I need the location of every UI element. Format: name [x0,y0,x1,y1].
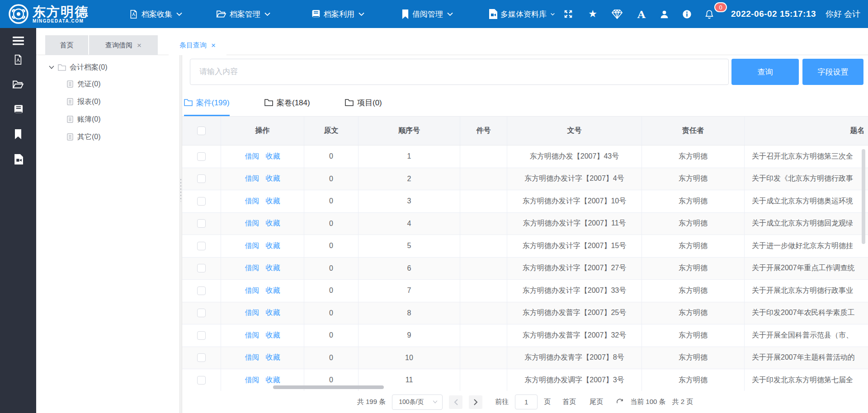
rail-archive-collect[interactable] [0,51,36,69]
row-checkbox[interactable] [197,152,206,161]
cell-item-no [460,302,507,324]
favorite-link[interactable]: 收藏 [266,331,280,340]
row-checkbox[interactable] [197,286,206,295]
borrow-link[interactable]: 借阅 [245,331,259,340]
nav-multimedia-library[interactable]: 多媒体资料库 [488,0,558,28]
tree-node-report[interactable]: 报表(0) [67,94,101,109]
query-button[interactable]: 查询 [731,59,799,85]
table-row: 借阅 收藏 0 10 东方明德办发青字【2007】8号 东方明德 关于开展200… [182,347,868,370]
row-checkbox[interactable] [197,353,206,362]
favorite-link[interactable]: 收藏 [266,197,280,206]
cell-title: 关于开展2007年重点工作调查统 [745,258,868,280]
user-icon[interactable] [656,0,672,28]
nav-archive-use[interactable]: 档案利用 [311,0,368,28]
nav-archive-manage[interactable]: 档案管理 [216,0,274,28]
cell-original: 0 [304,258,359,280]
row-checkbox[interactable] [197,197,206,206]
row-checkbox[interactable] [197,264,206,272]
borrow-link[interactable]: 借阅 [245,152,259,161]
favorite-link[interactable]: 收藏 [266,308,280,318]
tab-entry-query[interactable]: 条目查询 × [169,35,226,55]
search-input[interactable] [190,59,729,85]
row-checkbox[interactable] [197,331,206,340]
borrow-link[interactable]: 借阅 [245,219,259,228]
favorite-link[interactable]: 收藏 [266,286,280,296]
rail-borrow-manage[interactable] [0,125,36,143]
favorites-star-icon[interactable]: ★ [585,0,600,28]
result-tab-cases[interactable]: 案件(199) [184,90,230,116]
last-page-link[interactable]: 尾页 [590,398,603,406]
font-size-icon[interactable]: A [634,0,649,28]
rail-archive-use[interactable] [0,100,36,118]
select-all-checkbox[interactable] [197,127,206,135]
row-checkbox[interactable] [197,219,206,228]
column-header-sequence: 顺序号 [359,117,460,145]
row-checkbox[interactable] [197,242,206,250]
borrow-link[interactable]: 借阅 [245,286,259,296]
tree-node-voucher[interactable]: 凭证(0) [67,77,101,91]
file-pdf-icon [129,9,138,19]
media-file-icon [14,154,23,164]
borrow-link[interactable]: 借阅 [245,197,259,206]
favorite-link[interactable]: 收藏 [266,263,280,273]
chevron-down-icon [359,12,364,16]
borrow-link[interactable]: 借阅 [245,241,259,251]
fullscreen-icon[interactable] [561,0,576,28]
borrow-link[interactable]: 借阅 [245,263,259,273]
tree-node-ledger[interactable]: 账簿(0) [67,112,101,127]
cell-title: 关于成立北京东方明德奥运环境 [745,190,868,212]
splitter-handle[interactable] [180,178,182,202]
borrow-link[interactable]: 借阅 [245,375,259,385]
favorite-link[interactable]: 收藏 [266,353,280,362]
rail-multimedia-library[interactable] [0,150,36,168]
caret-down-icon[interactable] [49,66,54,69]
hamburger-menu-icon [13,37,24,45]
result-tab-files[interactable]: 案卷(184) [264,90,310,116]
cell-responsible: 东方明德 [642,190,745,212]
tree-node-accounting-archive[interactable]: 会计档案(0) [49,61,108,74]
favorite-link[interactable]: 收藏 [266,219,280,228]
cell-item-no [460,235,507,257]
next-page-button[interactable] [469,395,482,409]
vertical-scrollbar[interactable] [862,149,865,244]
borrow-link[interactable]: 借阅 [245,353,259,362]
favorite-link[interactable]: 收藏 [266,174,280,183]
cell-responsible: 东方明德 [642,258,745,280]
page-size-select[interactable]: 100条/页 [392,394,443,410]
row-checkbox[interactable] [197,309,206,317]
cell-responsible: 东方明德 [642,324,745,347]
field-settings-button[interactable]: 字段设置 [802,59,863,85]
tab-home[interactable]: 首页 [45,35,88,55]
info-icon[interactable] [679,0,694,28]
favorite-link[interactable]: 收藏 [266,241,280,251]
app-window: 东方明德 MINGDEDATA.COM 档案收集 档案管理 档案利用 借阅管理 … [0,0,868,413]
row-checkbox[interactable] [197,376,206,385]
tree-node-other[interactable]: 其它(0) [67,130,101,144]
prev-page-button[interactable] [449,395,462,409]
nav-borrow-manage[interactable]: 借阅管理 [401,0,456,28]
cell-item-no [460,280,507,302]
close-icon[interactable]: × [211,42,216,49]
favorite-link[interactable]: 收藏 [266,152,280,161]
menu-toggle-button[interactable] [0,32,36,50]
refresh-button[interactable] [616,398,624,406]
horizontal-scrollbar[interactable] [273,385,384,389]
row-checkbox[interactable] [197,174,206,183]
first-page-link[interactable]: 首页 [562,398,576,406]
result-tab-projects[interactable]: 项目(0) [345,90,382,116]
table-row: 借阅 收藏 0 1 东方明德办发【2007】43号 东方明德 关于召开北京东方明… [182,145,868,168]
brand-logo[interactable]: 东方明德 MINGDEDATA.COM [8,4,89,24]
favorite-link[interactable]: 收藏 [266,375,280,385]
cell-title: 关于印发北京东方明德第七届全 [745,369,868,391]
theme-gem-icon[interactable] [609,0,625,28]
goto-page-input[interactable] [515,394,538,409]
cell-responsible: 东方明德 [642,369,745,391]
nav-archive-collect[interactable]: 档案收集 [129,0,185,28]
tab-label: 首页 [60,41,74,50]
borrow-link[interactable]: 借阅 [245,308,259,318]
total-pages-label: 共 2 页 [672,398,693,406]
borrow-link[interactable]: 借阅 [245,174,259,183]
rail-archive-manage[interactable] [0,75,36,94]
close-icon[interactable]: × [137,42,142,49]
tab-query-borrow[interactable]: 查询借阅 × [89,35,158,55]
